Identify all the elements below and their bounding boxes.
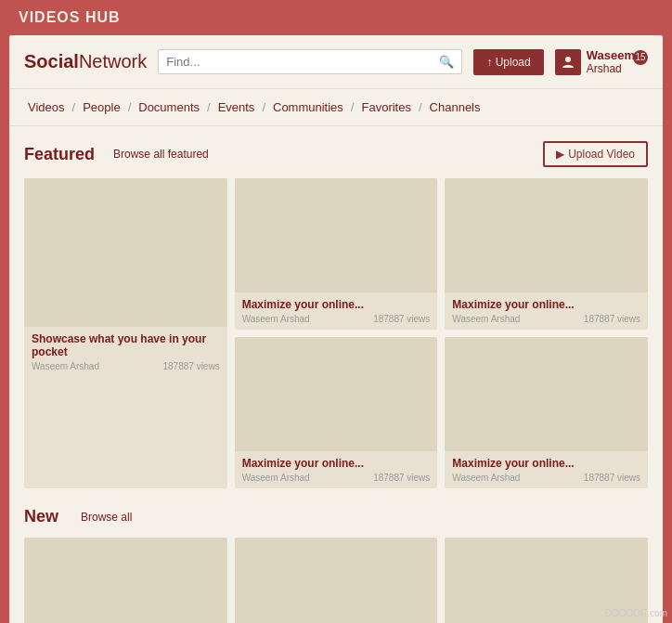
video-info: Maximize your online... Waseem Arshad 18… [445,451,648,488]
video-title: Maximize your online... [242,298,431,311]
video-thumbnail [235,337,438,451]
video-views: 187887 views [584,314,640,324]
content: Featured Browse all featured ▶ Upload Vi… [9,126,663,623]
logo-bold: Social [24,51,79,71]
new-section: New Browse all Building online portfolio… [24,507,648,623]
video-info: Maximize your online... Waseem Arshad 18… [235,292,438,330]
video-author: Waseem Arshad [242,314,310,324]
svg-point-0 [565,57,571,62]
avatar [555,49,581,75]
search-container: 🔍 [158,49,462,74]
nav-sep-1: / [72,100,76,114]
featured-video-5[interactable]: Maximize your online... Waseem Arshad 18… [445,337,648,488]
video-thumbnail [235,538,438,623]
featured-video-4[interactable]: Maximize your online... Waseem Arshad 18… [235,337,438,488]
featured-video-large[interactable]: Showcase what you have in your pocket Wa… [24,178,227,488]
search-input[interactable] [166,55,439,69]
upload-circle-icon: ▶ [556,148,564,161]
video-info: Showcase what you have in your pocket Wa… [24,327,227,377]
logo: SocialNetwork [24,51,147,72]
browse-new-link[interactable]: Browse all [81,511,132,524]
watermark: DOOOOR.com [605,608,667,618]
user-subname: Arshad [587,62,635,75]
featured-grid: Showcase what you have in your pocket Wa… [24,178,648,488]
video-views: 187887 views [373,314,430,324]
video-meta: Waseem Arshad 187887 views [452,314,640,324]
video-author: Waseem Arshad [242,473,310,483]
main-content: SocialNetwork 🔍 ↑ Upload Waseem Arshad 1… [9,35,663,623]
logo-light: Network [79,51,147,71]
featured-video-3[interactable]: Maximize your online... Waseem Arshad 18… [445,178,648,330]
browse-featured-link[interactable]: Browse all featured [113,148,209,161]
user-icon [561,55,575,70]
nav-item-channels[interactable]: Channels [426,98,485,116]
nav-item-communities[interactable]: Communities [269,98,347,116]
video-title: Maximize your online... [452,457,640,470]
new-title: New [24,507,58,526]
new-grid: Building online portfolio was never easy… [24,538,648,623]
video-thumbnail [445,178,648,292]
top-bar: VIDEOS HUB [0,0,672,35]
navigation: Videos / People / Documents / Events / C… [9,89,663,126]
video-info: Maximize your online... Waseem Arshad 18… [235,451,438,488]
upload-video-button[interactable]: ▶ Upload Video [543,141,648,167]
upload-button[interactable]: ↑ Upload [473,49,543,75]
video-thumbnail [24,178,227,327]
page-title: VIDEOS HUB [19,9,653,26]
video-meta: Waseem Arshad 187887 views [32,361,220,371]
video-thumbnail [445,337,648,451]
search-button[interactable]: 🔍 [439,55,454,69]
header: SocialNetwork 🔍 ↑ Upload Waseem Arshad 1… [9,35,663,89]
nav-sep-4: / [262,100,265,114]
featured-header: Featured Browse all featured ▶ Upload Vi… [24,141,648,167]
nav-item-videos[interactable]: Videos [24,98,69,116]
video-info: Maximize your online... Waseem Arshad 18… [445,292,648,330]
upload-video-label: Upload Video [568,148,635,161]
video-meta: Waseem Arshad 187887 views [242,314,431,324]
nav-sep-6: / [419,100,422,114]
video-title: Maximize your online... [452,298,640,311]
new-video-2[interactable]: Maximize your online... Waseem Arshad 18… [235,538,438,623]
video-views: 187887 views [584,473,640,483]
featured-video-2[interactable]: Maximize your online... Waseem Arshad 18… [235,178,438,330]
video-meta: Waseem Arshad 187887 views [242,473,431,483]
nav-sep-3: / [207,100,211,114]
video-thumbnail [24,538,227,623]
user-info: Waseem Arshad 15 [555,48,648,75]
nav-item-documents[interactable]: Documents [135,98,203,116]
user-name-block: Waseem Arshad [587,48,635,75]
new-header: New Browse all [24,507,648,526]
nav-sep-5: / [351,100,355,114]
video-views: 187887 views [163,361,220,371]
featured-section: Featured Browse all featured ▶ Upload Vi… [24,141,648,488]
new-video-large[interactable]: Building online portfolio was never easy… [24,538,227,623]
nav-item-events[interactable]: Events [214,98,259,116]
video-title: Maximize your online... [242,457,431,470]
video-thumbnail [235,178,438,292]
video-author: Waseem Arshad [452,473,520,483]
video-author: Waseem Arshad [32,361,99,371]
nav-item-people[interactable]: People [79,98,123,116]
notification-badge: 15 [633,50,648,65]
video-views: 187887 views [373,473,430,483]
user-name: Waseem [587,48,635,62]
nav-item-favorites[interactable]: Favorites [357,98,414,116]
nav-sep-2: / [128,100,132,114]
video-author: Waseem Arshad [452,314,520,324]
video-title: Showcase what you have in your pocket [32,332,220,358]
featured-title: Featured [24,145,95,164]
video-meta: Waseem Arshad 187887 views [452,473,640,483]
